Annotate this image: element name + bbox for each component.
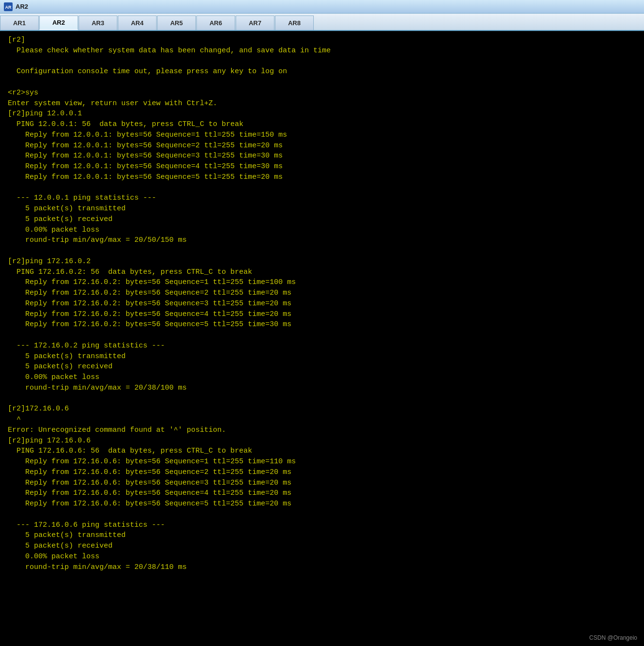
tab-bar: AR1 AR2 AR3 AR4 AR5 AR6 AR7 AR8 — [0, 14, 644, 31]
tab-ar2[interactable]: AR2 — [39, 16, 78, 30]
tab-ar6[interactable]: AR6 — [196, 16, 235, 30]
terminal-output: [r2] Please check whether system data ha… — [8, 35, 636, 572]
tab-ar4[interactable]: AR4 — [118, 16, 157, 30]
tab-ar3[interactable]: AR3 — [79, 16, 117, 30]
tab-ar7[interactable]: AR7 — [236, 16, 274, 30]
svg-text:AR: AR — [5, 5, 12, 10]
tab-ar5[interactable]: AR5 — [157, 16, 196, 30]
terminal-area[interactable]: [r2] Please check whether system data ha… — [0, 31, 644, 646]
title-bar: AR AR2 — [0, 0, 644, 14]
app-icon: AR — [4, 2, 13, 11]
tab-ar8[interactable]: AR8 — [275, 16, 314, 30]
watermark: CSDN @Orangeio — [589, 634, 637, 641]
tab-ar1[interactable]: AR1 — [0, 16, 39, 30]
window-title: AR2 — [16, 3, 28, 10]
